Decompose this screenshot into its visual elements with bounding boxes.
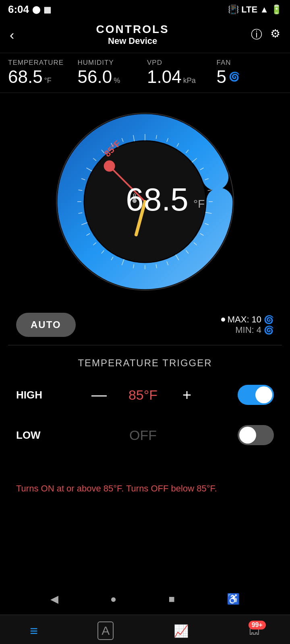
stats-row: TEMPERATURE 68.5 °F HUMIDITY 56.0 % VPD … <box>0 53 290 93</box>
humidity-label: HUMIDITY <box>78 59 143 67</box>
low-controls: OFF <box>119 427 167 443</box>
status-time: 6:04 <box>8 3 29 16</box>
high-decrease-button[interactable]: — <box>89 385 109 405</box>
gauge-svg: 85°F 🌡 68.5 °F <box>48 105 242 298</box>
android-recents-button[interactable]: ■ <box>169 593 175 605</box>
trigger-section: TEMPERATURE TRIGGER HIGH — 85°F + LOW OF… <box>0 345 290 477</box>
vpd-stat: VPD 1.04 kPa <box>147 59 213 87</box>
lte-signal: LTE <box>241 4 257 15</box>
info-button[interactable]: ⓘ <box>251 27 262 42</box>
fan-min-label: MIN: <box>235 325 254 335</box>
low-label: LOW <box>16 429 48 442</box>
trigger-title: TEMPERATURE TRIGGER <box>16 357 274 369</box>
desc-text-3: . <box>214 483 217 493</box>
desc-text-2: . Turns OFF below <box>121 483 197 493</box>
notification-badge: 99+ <box>249 621 266 630</box>
fan-min-icon: 🌀 <box>264 325 274 335</box>
signal-bars-icon: ▲ <box>260 4 269 15</box>
nav-device[interactable]: A <box>97 621 114 640</box>
low-toggle-thumb <box>239 427 256 444</box>
low-trigger-row: LOW OFF <box>16 425 274 445</box>
header: ‹ CONTROLS New Device ⓘ ⚙ <box>0 19 290 53</box>
android-home-button[interactable]: ● <box>110 593 117 605</box>
fan-min-value: 4 <box>257 325 261 335</box>
fan-stat: FAN 5 🌀 <box>217 59 282 87</box>
high-controls: — 85°F + <box>89 385 197 405</box>
temperature-label: TEMPERATURE <box>8 59 74 67</box>
controls-nav-icon: ≡ <box>30 623 38 639</box>
fan-limits: MAX: 10 🌀 MIN: 4 🌀 <box>221 314 274 335</box>
humidity-value: 56.0 % <box>78 67 143 87</box>
vpd-unit: kPa <box>183 76 196 85</box>
android-back-button[interactable]: ◀ <box>50 593 58 605</box>
temperature-gauge[interactable]: 85°F 🌡 68.5 °F <box>0 93 290 306</box>
low-toggle[interactable] <box>238 425 274 445</box>
android-accessibility-button[interactable]: ♿ <box>227 593 240 605</box>
high-trigger-row: HIGH — 85°F + <box>16 385 274 405</box>
controls-row: AUTO MAX: 10 🌀 MIN: 4 🌀 <box>0 306 290 345</box>
desc-text-1: Turns ON at or above <box>16 483 104 493</box>
fan-max-value: 10 <box>252 314 261 325</box>
high-increase-button[interactable]: + <box>177 385 197 405</box>
high-toggle-thumb <box>255 386 272 403</box>
auto-button[interactable]: AUTO <box>16 313 76 337</box>
back-button[interactable]: ‹ <box>10 27 14 43</box>
high-value: 85°F <box>119 387 167 403</box>
humidity-unit: % <box>114 76 120 85</box>
gauge-temp-value: 68.5 <box>126 182 188 217</box>
fan-value: 5 🌀 <box>217 67 282 87</box>
fan-max-label: MAX: <box>228 314 249 325</box>
bottom-nav: ≡ A 📈 🗂 99+ <box>0 615 290 644</box>
fan-max: MAX: 10 🌀 <box>221 314 274 325</box>
fan-min: MIN: 4 🌀 <box>221 325 274 335</box>
desc-high-2: 85°F <box>197 483 214 493</box>
header-actions: ⓘ ⚙ <box>251 27 280 42</box>
vpd-value: 1.04 kPa <box>147 67 213 87</box>
temperature-stat: TEMPERATURE 68.5 °F <box>8 59 74 87</box>
vpd-label: VPD <box>147 59 213 67</box>
nav-controls[interactable]: ≡ <box>30 623 38 639</box>
max-dot <box>221 318 225 322</box>
svg-line-11 <box>208 190 212 191</box>
nav-notifications[interactable]: 🗂 99+ <box>248 624 260 638</box>
fan-icon: 🌀 <box>229 72 240 82</box>
gauge-temp-unit: °F <box>193 198 205 210</box>
temperature-unit: °F <box>44 76 52 85</box>
battery-icon: 🔋 <box>271 4 282 15</box>
status-icons: 📳 LTE ▲ 🔋 <box>228 4 282 15</box>
high-label: HIGH <box>16 389 48 401</box>
device-nav-icon: A <box>97 621 114 640</box>
low-value: OFF <box>119 427 167 443</box>
fan-max-icon: 🌀 <box>264 315 274 324</box>
trigger-description: Turns ON at or above 85°F. Turns OFF bel… <box>0 477 290 504</box>
page-title: CONTROLS <box>14 23 251 36</box>
nav-chart[interactable]: 📈 <box>174 624 188 638</box>
status-circle: ⬤ <box>32 5 40 14</box>
android-nav: ◀ ● ■ ♿ <box>0 586 290 612</box>
device-name: New Device <box>14 36 251 46</box>
status-app-icon: ▦ <box>44 5 51 14</box>
status-time-area: 6:04 ⬤ ▦ <box>8 3 51 16</box>
humidity-stat: HUMIDITY 56.0 % <box>78 59 143 87</box>
high-toggle[interactable] <box>238 385 274 405</box>
vibrate-icon: 📳 <box>228 4 239 15</box>
desc-high-1: 85°F <box>104 483 121 493</box>
chart-nav-icon: 📈 <box>174 624 188 638</box>
temperature-value: 68.5 °F <box>8 67 74 87</box>
fan-label: FAN <box>217 59 282 67</box>
status-bar: 6:04 ⬤ ▦ 📳 LTE ▲ 🔋 <box>0 0 290 19</box>
settings-button[interactable]: ⚙ <box>270 27 280 42</box>
header-center: CONTROLS New Device <box>14 23 251 46</box>
